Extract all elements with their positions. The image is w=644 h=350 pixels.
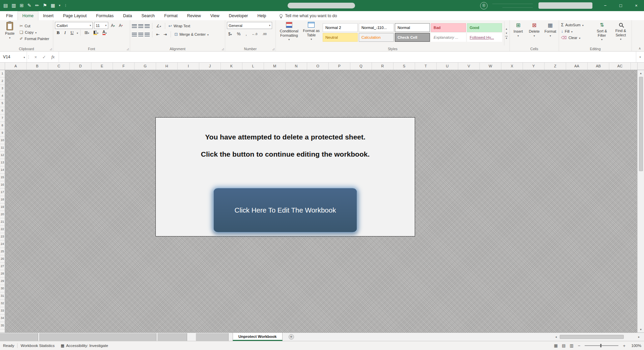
grid-icon[interactable]: ▦ — [51, 0, 55, 11]
delete-cells-button[interactable]: ⊠ Delete ▾ — [527, 21, 542, 45]
page-layout-view-icon[interactable]: ▤ — [562, 343, 565, 348]
horizontal-scroll-thumb[interactable] — [560, 335, 624, 339]
column-header[interactable]: Z — [545, 63, 566, 70]
accessibility-button[interactable]: ▦ Accessibility: Investigate — [58, 343, 111, 348]
ribbon-tab[interactable]: Formulas — [91, 11, 118, 20]
row-header[interactable]: 34 — [0, 315, 5, 322]
decrease-font-size-button[interactable]: A▾ — [118, 23, 124, 28]
ribbon-tab[interactable]: File — [1, 11, 18, 20]
italic-button[interactable]: I — [63, 30, 67, 36]
font-name-select[interactable]: Calibri ▾ — [55, 22, 93, 29]
align-top-icon[interactable] — [132, 24, 137, 28]
minimize-button[interactable]: − — [597, 0, 613, 11]
column-header[interactable]: D — [70, 63, 91, 70]
row-header[interactable]: 31 — [0, 292, 5, 300]
increase-decimal-button[interactable]: ←.0 — [251, 32, 259, 36]
column-header[interactable]: X — [501, 63, 523, 70]
row-header[interactable]: 16 — [0, 181, 5, 189]
column-header[interactable]: F — [113, 63, 135, 70]
horizontal-scrollbar[interactable]: ◂ ▸ — [553, 333, 644, 341]
row-header[interactable]: 18 — [0, 196, 5, 203]
row-header[interactable]: 17 — [0, 189, 5, 196]
fill-color-button[interactable]: ◧▾ — [92, 30, 100, 35]
zoom-level[interactable]: 100% — [630, 344, 641, 348]
column-header[interactable]: W — [480, 63, 501, 70]
dialog-launcher-icon[interactable]: ◿ — [127, 47, 129, 51]
chevron-down-icon[interactable]: ▾ — [59, 0, 60, 11]
column-header[interactable]: N — [286, 63, 307, 70]
column-header[interactable]: P — [329, 63, 350, 70]
column-header[interactable]: Q — [350, 63, 372, 70]
format-as-table-button[interactable]: Format as Table ▾ — [301, 21, 321, 45]
cell-style[interactable]: Calculation — [359, 33, 394, 42]
ribbon-tab[interactable]: Data — [118, 11, 137, 20]
chevron-down-icon[interactable]: ▾ — [77, 32, 78, 35]
column-header[interactable]: J — [199, 63, 221, 70]
cell-style[interactable]: Normal — [395, 23, 430, 32]
row-header[interactable]: 24 — [0, 241, 5, 248]
cancel-icon[interactable]: × — [34, 55, 37, 60]
column-header[interactable]: H — [156, 63, 178, 70]
ribbon-tab[interactable]: Review — [182, 11, 206, 20]
insert-cells-button[interactable]: ⊞ Insert ▾ — [511, 21, 526, 45]
column-header[interactable]: I — [178, 63, 199, 70]
ribbon-tab[interactable]: Format — [159, 11, 182, 20]
column-header[interactable]: V — [458, 63, 480, 70]
align-middle-icon[interactable] — [138, 24, 143, 28]
column-header[interactable]: Y — [523, 63, 545, 70]
comma-format-button[interactable]: , — [244, 31, 248, 37]
name-box[interactable]: V14 ▾ — [0, 52, 27, 62]
column-header[interactable]: E — [91, 63, 113, 70]
autosum-button[interactable]: Σ AutoSum ▾ — [560, 22, 592, 28]
workbook-icon[interactable]: ▥ — [11, 0, 16, 11]
column-header[interactable]: AB — [588, 63, 609, 70]
row-header[interactable]: 32 — [0, 300, 5, 307]
ribbon-tab[interactable]: Developer — [224, 11, 253, 20]
row-header[interactable]: 4 — [0, 92, 5, 100]
row-header[interactable]: 19 — [0, 203, 5, 211]
save-icon[interactable]: ▤ — [3, 0, 8, 11]
row-header[interactable]: 12 — [0, 152, 5, 159]
pen-icon[interactable]: ✎ — [27, 0, 31, 11]
column-header[interactable]: O — [307, 63, 329, 70]
row-header[interactable]: 10 — [0, 137, 5, 144]
cell-style[interactable]: Check Cell — [395, 33, 430, 42]
maximize-button[interactable]: □ — [613, 0, 628, 11]
column-header[interactable]: S — [393, 63, 415, 70]
zoom-out-icon[interactable]: − — [578, 343, 581, 348]
column-header[interactable]: AC — [609, 63, 631, 70]
row-header[interactable]: 1 — [0, 70, 5, 77]
font-color-button[interactable]: A▾ — [101, 30, 108, 35]
align-left-icon[interactable] — [132, 33, 137, 36]
row-header[interactable]: 7 — [0, 115, 5, 122]
customize-qat-icon[interactable]: ⋮ — [64, 0, 67, 11]
row-header[interactable]: 9 — [0, 129, 5, 137]
sheet-tab-stub[interactable] — [157, 333, 187, 341]
close-button[interactable]: × — [628, 0, 644, 11]
formula-bar-handle[interactable]: ⋮ — [27, 52, 30, 62]
wrap-text-button[interactable]: ↩ Wrap Text — [168, 23, 191, 29]
column-header[interactable]: M — [264, 63, 286, 70]
zoom-in-icon[interactable]: + — [623, 343, 625, 348]
number-format-select[interactable]: General ▾ — [227, 22, 272, 29]
format-cells-button[interactable]: ▦ Format ▾ — [543, 21, 558, 45]
page-break-view-icon[interactable]: ▥ — [569, 343, 573, 348]
cell-style[interactable]: Normal_-110... — [359, 23, 394, 32]
borders-button[interactable]: ⊞▾ — [83, 30, 90, 35]
orientation-button[interactable]: ∠▾ — [155, 23, 163, 29]
column-header[interactable]: C — [48, 63, 70, 70]
scroll-right-icon[interactable]: ▸ — [636, 335, 642, 339]
ribbon-tab[interactable]: Home — [18, 11, 38, 20]
insert-function-icon[interactable]: fx — [52, 54, 55, 60]
row-header[interactable]: 8 — [0, 122, 5, 129]
row-header[interactable]: 2 — [0, 77, 5, 85]
clear-button[interactable]: ⌫ Clear ▾ — [560, 35, 592, 40]
cell-style[interactable]: Good — [467, 23, 502, 32]
align-center-icon[interactable] — [138, 33, 143, 36]
new-sheet-icon[interactable]: + — [289, 334, 294, 340]
merge-center-button[interactable]: ⊡ Merge & Center ▾ — [173, 32, 210, 37]
flag-icon[interactable]: ⚑ — [43, 0, 47, 11]
fill-button[interactable]: ↓ Fill ▾ — [560, 29, 592, 34]
collapse-ribbon-icon[interactable]: ∧ — [639, 46, 641, 50]
normal-view-icon[interactable]: ▦ — [554, 343, 558, 348]
